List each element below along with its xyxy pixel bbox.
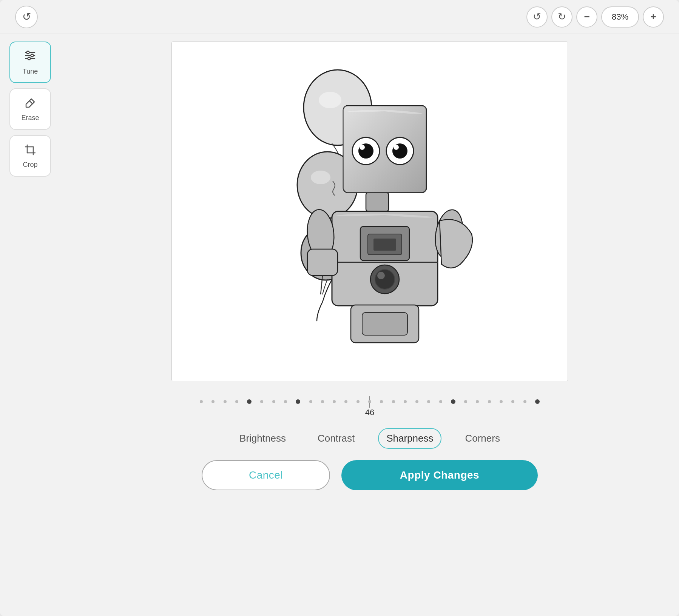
svg-rect-30 (373, 239, 396, 251)
dot-filled (296, 399, 300, 404)
slider-dots-row (200, 399, 540, 404)
robot-illustration (172, 42, 568, 381)
dot (500, 400, 503, 403)
main-content: Tune Erase (0, 34, 679, 616)
svg-point-33 (377, 272, 385, 279)
dot (488, 400, 491, 403)
apply-changes-button[interactable]: Apply Changes (341, 460, 538, 490)
svg-rect-36 (307, 249, 338, 276)
dot (211, 400, 215, 403)
header-left: ↺ (15, 6, 38, 28)
dot (321, 400, 324, 403)
dot (260, 400, 263, 403)
crop-icon (24, 143, 37, 158)
dot (380, 400, 383, 403)
undo-icon: ↺ (533, 11, 541, 23)
zoom-display: 83% (601, 6, 639, 28)
tool-crop[interactable]: Crop (9, 135, 51, 177)
svg-point-32 (375, 270, 395, 289)
tune-icon (24, 49, 37, 65)
svg-point-26 (394, 145, 399, 150)
dot (333, 400, 336, 403)
header: ↺ ↺ ↻ − 83% + (0, 0, 679, 34)
bottom-actions: Cancel Apply Changes (202, 460, 538, 498)
dot (392, 400, 395, 403)
redo-icon: ↻ (558, 11, 566, 23)
tab-brightness[interactable]: Brightness (231, 428, 294, 449)
app-container: ↺ ↺ ↻ − 83% + (0, 0, 679, 616)
header-right: ↺ ↻ − 83% + (526, 6, 664, 28)
undo-button[interactable]: ↺ (526, 6, 548, 28)
tune-label: Tune (23, 68, 38, 75)
tab-contrast[interactable]: Contrast (309, 428, 363, 449)
svg-point-4 (31, 54, 34, 57)
dot (284, 400, 287, 403)
tab-corners[interactable]: Corners (457, 428, 508, 449)
zoom-in-button[interactable]: + (643, 6, 664, 28)
svg-point-15 (311, 171, 330, 184)
redo-button[interactable]: ↻ (551, 6, 573, 28)
dot (356, 400, 360, 403)
bottom-tabs: Brightness Contrast Sharpness Corners (231, 428, 508, 449)
dot-filled (247, 399, 252, 404)
tool-erase[interactable]: Erase (9, 88, 51, 130)
svg-rect-39 (362, 313, 407, 335)
svg-point-23 (360, 145, 365, 150)
svg-rect-18 (366, 192, 389, 211)
erase-label: Erase (21, 114, 39, 122)
zoom-value: 83% (612, 12, 628, 22)
dot (200, 400, 203, 403)
canvas-area: 46 (60, 34, 679, 616)
zoom-out-icon: − (584, 11, 589, 23)
svg-line-6 (29, 101, 32, 104)
dot-filled (535, 399, 540, 404)
dot (272, 400, 275, 403)
svg-point-5 (28, 57, 31, 60)
dot (415, 400, 418, 403)
dot (523, 400, 526, 403)
svg-point-3 (27, 51, 29, 54)
zoom-in-icon: + (650, 11, 656, 23)
slider-container[interactable]: 46 (200, 396, 540, 419)
slider-wrapper[interactable]: 46 (200, 396, 540, 419)
slider-area: 46 (68, 389, 671, 498)
dot (368, 400, 371, 403)
zoom-out-button[interactable]: − (576, 6, 597, 28)
sidebar: Tune Erase (0, 34, 60, 616)
dot (309, 400, 312, 403)
tool-tune[interactable]: Tune (9, 42, 51, 83)
cancel-button[interactable]: Cancel (202, 460, 330, 490)
dot (224, 400, 227, 403)
dot (439, 400, 442, 403)
dot (476, 400, 479, 403)
dot (464, 400, 467, 403)
slider-current-value: 46 (365, 408, 374, 417)
dot (404, 400, 407, 403)
dot-filled (451, 399, 455, 404)
history-button[interactable]: ↺ (15, 6, 38, 28)
tab-sharpness[interactable]: Sharpness (378, 428, 441, 449)
dot (344, 400, 347, 403)
crop-label: Crop (23, 161, 37, 169)
robot-svg (241, 49, 498, 374)
erase-icon (24, 97, 37, 111)
dot (235, 400, 238, 403)
image-frame (171, 42, 568, 381)
history-icon: ↺ (22, 11, 31, 23)
dot (511, 400, 514, 403)
svg-point-13 (319, 92, 341, 108)
dot (427, 400, 430, 403)
